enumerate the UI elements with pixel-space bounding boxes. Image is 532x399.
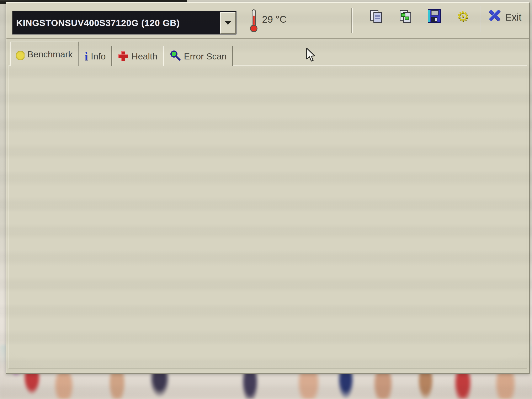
benchmark-icon — [16, 49, 25, 60]
benchmark-tab-panel — [8, 65, 527, 368]
copy-screenshot-icon — [398, 8, 413, 24]
error-scan-icon — [169, 50, 181, 63]
tab-health[interactable]: Health — [112, 46, 163, 66]
toolbar-separator — [351, 8, 353, 33]
chevron-down-icon — [225, 21, 231, 25]
tab-label: Health — [132, 51, 157, 62]
options-gear-icon: ⚙ — [456, 10, 469, 23]
temperature-readout: 29 °C — [262, 13, 287, 25]
mouse-cursor — [305, 47, 318, 64]
drive-selector-value: KINGSTONSUV400S37120G (120 GB) — [13, 11, 219, 34]
tab-error-scan[interactable]: Error Scan — [163, 46, 233, 66]
hdtune-window: KINGSTONSUV400S37120G (120 GB) 29 °C — [6, 2, 530, 374]
tab-bar: Benchmark i Info Health Error Scan — [10, 42, 233, 66]
drive-selector[interactable]: KINGSTONSUV400S37120G (120 GB) — [12, 11, 237, 35]
toolbar-separator — [480, 6, 481, 32]
tab-label: Info — [91, 51, 106, 62]
drive-selector-dropdown-button[interactable] — [220, 12, 236, 34]
thermometer-icon — [248, 9, 259, 33]
save-floppy-icon — [427, 8, 442, 24]
health-icon — [118, 51, 129, 62]
tab-label: Benchmark — [27, 49, 73, 59]
toolbar-divider — [6, 38, 529, 39]
options-button[interactable]: ⚙ — [455, 8, 471, 24]
tab-benchmark[interactable]: Benchmark — [10, 42, 79, 66]
save-screenshot-button[interactable] — [398, 8, 414, 24]
tab-info[interactable]: i Info — [79, 46, 112, 66]
save-button[interactable] — [427, 8, 443, 24]
tab-label: Error Scan — [184, 51, 227, 62]
exit-button[interactable] — [488, 9, 501, 22]
exit-label[interactable]: Exit — [505, 12, 521, 23]
copy-pages-icon — [369, 8, 384, 24]
copy-to-clipboard-button[interactable] — [368, 8, 384, 24]
info-icon: i — [85, 51, 88, 62]
exit-x-icon — [488, 9, 501, 21]
